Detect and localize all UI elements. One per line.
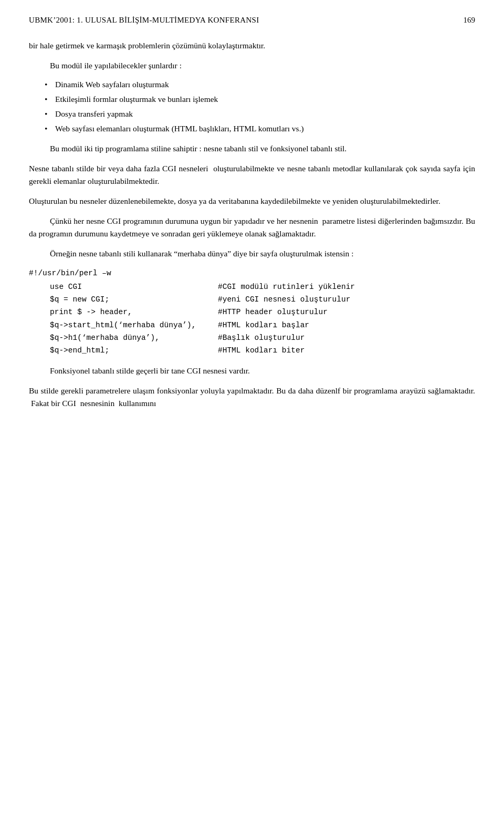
code-comment-6: #HTML kodları biter xyxy=(218,344,475,357)
paragraph-5: Oluşturulan bu nesneler düzenlenebilemek… xyxy=(29,195,475,207)
code-line-5: $q->h1(‘merhaba dünya’), #Başlık oluştur… xyxy=(50,331,475,344)
paragraph-1: bir hale getirmek ve karmaşık problemler… xyxy=(29,39,475,52)
para9-text: Bu stilde gerekli parametrelere ulaşım f… xyxy=(29,385,475,410)
feature-list: Dinamik Web sayfaları oluşturmak Etkileş… xyxy=(45,78,475,135)
code-line-4: $q->start_html(‘merhaba dünya’), #HTML k… xyxy=(50,319,475,331)
code-cmd-6: $q->end_html; xyxy=(50,344,218,357)
para7-text: Örneğin nesne tabanlı stili kullanarak “… xyxy=(29,247,475,260)
bullet-item-2: Etkileşimli formlar oluşturmak ve bunlar… xyxy=(45,93,475,106)
bullet-item-3: Dosya transferi yapmak xyxy=(45,108,475,120)
code-cmd-3: print $ -> header, xyxy=(50,306,218,318)
page: UBMK’2001: 1. ULUSAL BİLİŞİM-MULTİMEDYA … xyxy=(0,0,504,820)
code-cmd-5: $q->h1(‘merhaba dünya’), xyxy=(50,331,218,344)
para6-text: Çünkü her nesne CGI programının durumuna… xyxy=(29,215,475,240)
bullet-item-4: Web sayfası elemanları oluşturmak (HTML … xyxy=(45,122,475,135)
code-section: #!/usr/bin/perl –w use CGI #CGI modülü r… xyxy=(29,267,475,357)
paragraph-6: Çünkü her nesne CGI programının durumuna… xyxy=(29,215,475,240)
para8-text: Fonksiyonel tabanlı stilde geçerli bir t… xyxy=(29,365,475,377)
code-comment-1: #CGI modülü rutinleri yüklenir xyxy=(218,281,475,293)
bullet-item-1: Dinamik Web sayfaları oluşturmak xyxy=(45,78,475,91)
para5-text: Oluşturulan bu nesneler düzenlenebilemek… xyxy=(29,195,475,207)
code-comment-4: #HTML kodları başlar xyxy=(218,319,475,331)
code-comment-5: #Başlık oluşturulur xyxy=(218,331,475,344)
para2-intro: Bu modül ile yapılabilecekler şunlardır … xyxy=(29,59,475,72)
code-comment-2: #yeni CGI nesnesi oluşturulur xyxy=(218,293,475,306)
page-number: 169 xyxy=(464,16,476,25)
paragraph-8: Fonksiyonel tabanlı stilde geçerli bir t… xyxy=(29,365,475,377)
code-body: use CGI #CGI modülü rutinleri yüklenir $… xyxy=(50,281,475,357)
para1-text: bir hale getirmek ve karmaşık problemler… xyxy=(29,39,475,52)
page-header: UBMK’2001: 1. ULUSAL BİLİŞİM-MULTİMEDYA … xyxy=(29,16,475,25)
code-cmd-1: use CGI xyxy=(50,281,218,293)
conference-title: UBMK’2001: 1. ULUSAL BİLİŞİM-MULTİMEDYA … xyxy=(29,16,259,25)
paragraph-2-block: Bu modül ile yapılabilecekler şunlardır … xyxy=(29,59,475,135)
code-line-1: use CGI #CGI modülü rutinleri yüklenir xyxy=(50,281,475,293)
code-comment-3: #HTTP header oluşturulur xyxy=(218,306,475,318)
paragraph-3: Bu modül iki tip programlama stiline sah… xyxy=(29,142,475,155)
para4-text: Nesne tabanlı stilde bir veya daha fazla… xyxy=(29,162,475,188)
code-line-6: $q->end_html; #HTML kodları biter xyxy=(50,344,475,357)
code-line-2: $q = new CGI; #yeni CGI nesnesi oluşturu… xyxy=(50,293,475,306)
paragraph-4: Nesne tabanlı stilde bir veya daha fazla… xyxy=(29,162,475,188)
shebang-line: #!/usr/bin/perl –w xyxy=(29,267,475,279)
paragraph-9: Bu stilde gerekli parametrelere ulaşım f… xyxy=(29,385,475,410)
code-cmd-2: $q = new CGI; xyxy=(50,293,218,306)
paragraph-7: Örneğin nesne tabanlı stili kullanarak “… xyxy=(29,247,475,260)
code-line-3: print $ -> header, #HTTP header oluşturu… xyxy=(50,306,475,318)
para3-text: Bu modül iki tip programlama stiline sah… xyxy=(29,142,475,155)
code-cmd-4: $q->start_html(‘merhaba dünya’), xyxy=(50,319,218,331)
